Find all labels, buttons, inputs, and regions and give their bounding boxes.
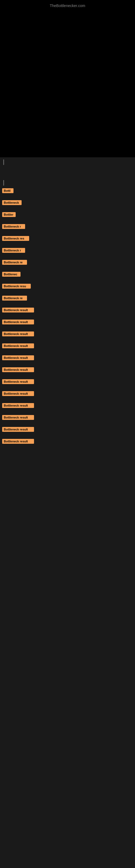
chart-area	[0, 0, 135, 157]
item-gap	[2, 446, 133, 451]
list-item: Bottleneck result	[2, 319, 133, 324]
bottleneck-badge[interactable]: Bottl	[2, 188, 13, 193]
list-item: Bottleneck result	[2, 403, 133, 408]
list-item: Bottleneck r	[2, 224, 133, 229]
bottleneck-badge[interactable]: Bottleneck re	[2, 260, 27, 265]
item-gap	[2, 386, 133, 391]
bottleneck-badge[interactable]: Bottleneck result	[2, 439, 34, 444]
bottleneck-badge[interactable]: Bottleneck re	[2, 296, 27, 301]
item-gap	[2, 243, 133, 248]
item-gap	[2, 303, 133, 308]
bottleneck-badge[interactable]: Bottleneck result	[2, 391, 34, 396]
list-item: Bottleneck	[2, 200, 133, 205]
item-gap	[2, 434, 133, 439]
item-gap	[2, 339, 133, 343]
bottleneck-badge[interactable]: Bottleneck result	[2, 379, 34, 384]
item-gap	[2, 410, 133, 415]
list-item: Bottleneck result	[2, 439, 133, 444]
item-gap	[2, 267, 133, 272]
bottleneck-badge[interactable]: Bottleneck r	[2, 224, 25, 229]
item-gap	[2, 422, 133, 427]
separator-gap	[0, 167, 135, 178]
bottleneck-badge[interactable]: Bottleneck result	[2, 427, 34, 432]
list-item: Bottleneck result	[2, 415, 133, 420]
item-gap	[2, 231, 133, 236]
list-item: Bottleneck r	[2, 248, 133, 253]
bottleneck-badge[interactable]: Bottleneck result	[2, 355, 34, 360]
results-container: BottlBottleneckBottlerBottleneck rBottle…	[0, 188, 135, 451]
list-item: Bottleneck result	[2, 367, 133, 372]
list-item: Bottleneck result	[2, 355, 133, 360]
bottleneck-badge[interactable]: Bottler	[2, 212, 16, 217]
site-title: TheBottlenecker.com	[0, 1, 135, 10]
list-item: Bottleneck result	[2, 379, 133, 384]
list-item: Bottleneck re	[2, 296, 133, 301]
bottleneck-badge[interactable]: Bottleneck result	[2, 343, 34, 348]
item-gap	[2, 255, 133, 260]
bottleneck-badge[interactable]: Bottleneck	[2, 200, 21, 205]
item-gap	[2, 195, 133, 200]
separator-1	[3, 159, 4, 165]
list-item: Bottleneck result	[2, 308, 133, 312]
list-item: Bottleneck re	[2, 260, 133, 265]
list-item: Bottleneck result	[2, 332, 133, 336]
separator-2	[3, 180, 4, 186]
item-gap	[2, 207, 133, 212]
list-item: Bottleneck res	[2, 236, 133, 241]
bottleneck-badge[interactable]: Bottleneck result	[2, 319, 34, 324]
item-gap	[2, 362, 133, 367]
item-gap	[2, 279, 133, 284]
bottleneck-badge[interactable]: Bottleneck res	[2, 236, 29, 241]
item-gap	[2, 291, 133, 296]
bottleneck-badge[interactable]: Bottleneck result	[2, 415, 34, 420]
item-gap	[2, 219, 133, 224]
item-gap	[2, 315, 133, 319]
list-item: Bottleneck result	[2, 391, 133, 396]
list-item: Bottler	[2, 212, 133, 217]
bottleneck-badge[interactable]: Bottleneck r	[2, 248, 25, 253]
bottleneck-badge[interactable]: Bottleneck result	[2, 403, 34, 408]
item-gap	[2, 327, 133, 332]
bottleneck-badge[interactable]: Bottleneck result	[2, 367, 34, 372]
list-item: Bottlenec	[2, 272, 133, 277]
item-gap	[2, 374, 133, 379]
bottleneck-badge[interactable]: Bottlenec	[2, 272, 20, 277]
item-gap	[2, 398, 133, 403]
item-gap	[2, 350, 133, 355]
list-item: Bottleneck result	[2, 343, 133, 348]
list-item: Bottleneck resu	[2, 284, 133, 289]
list-item: Bottleneck result	[2, 427, 133, 432]
bottleneck-badge[interactable]: Bottleneck result	[2, 308, 34, 312]
bottleneck-badge[interactable]: Bottleneck resu	[2, 284, 31, 289]
list-item: Bottl	[2, 188, 133, 193]
bottleneck-badge[interactable]: Bottleneck result	[2, 332, 34, 336]
